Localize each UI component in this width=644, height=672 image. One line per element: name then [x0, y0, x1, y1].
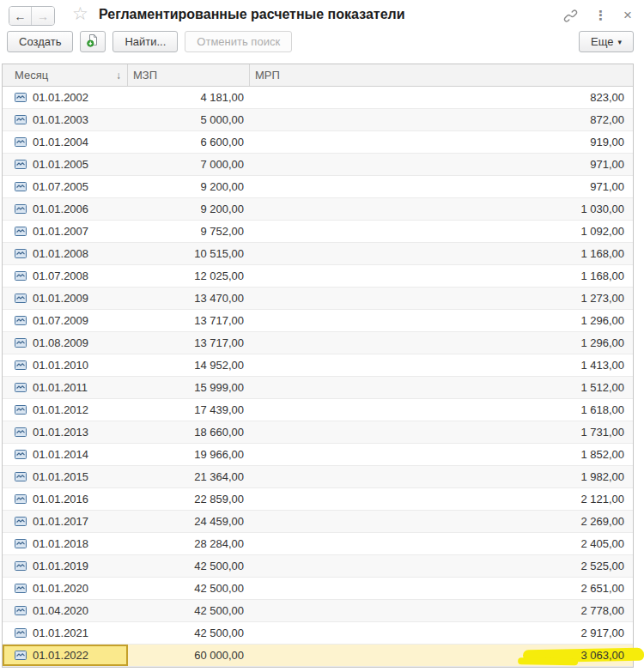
- cell-mzp[interactable]: 9 200,00: [128, 198, 250, 220]
- cell-mrp[interactable]: 2 269,00: [250, 511, 633, 532]
- cell-month[interactable]: 01.01.2002: [3, 87, 128, 108]
- table-row[interactable]: 01.01.2010 14 952,00 1 413,00: [3, 354, 633, 377]
- column-header-month[interactable]: Месяц ↓: [3, 64, 128, 86]
- cell-mzp[interactable]: 13 717,00: [128, 310, 250, 331]
- cell-mrp[interactable]: 2 121,00: [250, 488, 633, 510]
- cell-mzp[interactable]: 7 000,00: [128, 154, 250, 175]
- cell-month[interactable]: 01.01.2006: [3, 198, 128, 220]
- cell-month[interactable]: 01.01.2004: [3, 131, 128, 153]
- cell-mrp[interactable]: 1 982,00: [250, 466, 633, 487]
- cell-month[interactable]: 01.01.2003: [3, 109, 128, 130]
- table-row[interactable]: 01.01.2009 13 470,00 1 273,00: [3, 288, 633, 310]
- kebab-menu-icon[interactable]: ⋮: [594, 8, 607, 23]
- column-header-mrp[interactable]: МРП: [250, 64, 633, 86]
- cell-month[interactable]: 01.01.2015: [3, 466, 128, 487]
- cell-month[interactable]: 01.01.2011: [3, 377, 128, 398]
- back-button[interactable]: ←: [9, 7, 32, 25]
- cell-month[interactable]: 01.01.2008: [3, 243, 128, 264]
- cell-mzp[interactable]: 28 284,00: [128, 533, 250, 554]
- cell-mzp[interactable]: 42 500,00: [128, 600, 250, 621]
- table-row[interactable]: 01.07.2008 12 025,00 1 168,00: [3, 265, 633, 288]
- cell-mrp[interactable]: 1 168,00: [250, 243, 633, 264]
- cell-month[interactable]: 01.01.2017: [3, 511, 128, 532]
- cell-mrp[interactable]: 2 405,00: [250, 533, 633, 554]
- get-link-icon[interactable]: [563, 9, 578, 23]
- cell-month[interactable]: 01.01.2022: [3, 645, 128, 666]
- cell-mzp[interactable]: 21 364,00: [128, 466, 250, 487]
- cell-mzp[interactable]: 6 600,00: [128, 131, 250, 153]
- table-row[interactable]: 01.01.2008 10 515,00 1 168,00: [3, 243, 633, 265]
- cell-mrp[interactable]: 872,00: [250, 109, 633, 130]
- cell-mzp[interactable]: 42 500,00: [128, 622, 250, 644]
- cell-mzp[interactable]: 42 500,00: [128, 555, 250, 577]
- cell-mrp[interactable]: 1 618,00: [250, 399, 633, 421]
- table-row[interactable]: 01.01.2019 42 500,00 2 525,00: [3, 555, 633, 578]
- cell-month[interactable]: 01.01.2010: [3, 354, 128, 376]
- cell-mzp[interactable]: 13 470,00: [128, 288, 250, 309]
- cell-month[interactable]: 01.07.2008: [3, 265, 128, 287]
- favorites-star-icon[interactable]: ☆: [72, 3, 88, 24]
- cell-mrp[interactable]: 1 296,00: [250, 310, 633, 331]
- cell-month[interactable]: 01.01.2012: [3, 399, 128, 421]
- cell-mzp[interactable]: 14 952,00: [128, 354, 250, 376]
- table-row[interactable]: 01.07.2009 13 717,00 1 296,00: [3, 310, 633, 332]
- table-row[interactable]: 01.04.2020 42 500,00 2 778,00: [3, 600, 633, 622]
- table-row[interactable]: 01.01.2006 9 200,00 1 030,00: [3, 198, 633, 221]
- table-row[interactable]: 01.01.2014 19 966,00 1 852,00: [3, 444, 633, 466]
- cancel-search-button[interactable]: Отменить поиск: [185, 31, 292, 52]
- cell-month[interactable]: 01.07.2009: [3, 310, 128, 331]
- cell-mzp[interactable]: 12 025,00: [128, 265, 250, 287]
- table-row[interactable]: 01.01.2022 60 000,00 3 063,00: [3, 645, 633, 667]
- cell-mzp[interactable]: 10 515,00: [128, 243, 250, 264]
- cell-mrp[interactable]: 3 063,00: [250, 645, 633, 666]
- more-button[interactable]: Еще ▾: [579, 31, 634, 52]
- table-row[interactable]: 01.08.2009 13 717,00 1 296,00: [3, 332, 633, 354]
- cell-mrp[interactable]: 1 731,00: [250, 421, 633, 443]
- table-row[interactable]: 01.01.2007 9 752,00 1 092,00: [3, 221, 633, 243]
- cell-mzp[interactable]: 60 000,00: [128, 645, 250, 666]
- cell-month[interactable]: 01.07.2005: [3, 176, 128, 197]
- cell-mrp[interactable]: 971,00: [250, 154, 633, 175]
- cell-mzp[interactable]: 4 181,00: [128, 87, 250, 108]
- cell-mzp[interactable]: 13 717,00: [128, 332, 250, 354]
- cell-mzp[interactable]: 24 459,00: [128, 511, 250, 532]
- cell-mrp[interactable]: 1 852,00: [250, 444, 633, 465]
- create-button[interactable]: Создать: [7, 31, 73, 52]
- cell-mrp[interactable]: 2 651,00: [250, 578, 633, 599]
- table-row[interactable]: 01.01.2016 22 859,00 2 121,00: [3, 488, 633, 511]
- cell-month[interactable]: 01.01.2013: [3, 421, 128, 443]
- table-row[interactable]: 01.01.2020 42 500,00 2 651,00: [3, 578, 633, 600]
- cell-month[interactable]: 01.01.2007: [3, 221, 128, 242]
- cell-month[interactable]: 01.01.2019: [3, 555, 128, 577]
- table-row[interactable]: 01.01.2017 24 459,00 2 269,00: [3, 511, 633, 533]
- cell-mrp[interactable]: 1 296,00: [250, 332, 633, 354]
- cell-mzp[interactable]: 22 859,00: [128, 488, 250, 510]
- cell-mrp[interactable]: 919,00: [250, 131, 633, 153]
- cell-mrp[interactable]: 2 917,00: [250, 622, 633, 644]
- table-row[interactable]: 01.01.2003 5 000,00 872,00: [3, 109, 633, 131]
- cell-mrp[interactable]: 1 413,00: [250, 354, 633, 376]
- table-row[interactable]: 01.01.2015 21 364,00 1 982,00: [3, 466, 633, 488]
- cell-month[interactable]: 01.01.2018: [3, 533, 128, 554]
- cell-month[interactable]: 01.04.2020: [3, 600, 128, 621]
- table-row[interactable]: 01.01.2013 18 660,00 1 731,00: [3, 421, 633, 444]
- cell-mrp[interactable]: 2 525,00: [250, 555, 633, 577]
- table-row[interactable]: 01.01.2011 15 999,00 1 512,00: [3, 377, 633, 399]
- create-by-copy-button[interactable]: [80, 31, 106, 52]
- cell-mrp[interactable]: 1 030,00: [250, 198, 633, 220]
- cell-mzp[interactable]: 5 000,00: [128, 109, 250, 130]
- cell-month[interactable]: 01.08.2009: [3, 332, 128, 354]
- find-button[interactable]: Найти...: [112, 31, 178, 52]
- table-row[interactable]: 01.07.2005 9 200,00 971,00: [3, 176, 633, 198]
- cell-mzp[interactable]: 18 660,00: [128, 421, 250, 443]
- column-header-mzp[interactable]: МЗП: [128, 64, 250, 86]
- cell-mrp[interactable]: 971,00: [250, 176, 633, 197]
- close-icon[interactable]: ×: [623, 7, 632, 24]
- cell-mrp[interactable]: 1 092,00: [250, 221, 633, 242]
- cell-month[interactable]: 01.01.2021: [3, 622, 128, 644]
- forward-button[interactable]: →: [32, 7, 54, 25]
- cell-month[interactable]: 01.01.2016: [3, 488, 128, 510]
- cell-month[interactable]: 01.01.2009: [3, 288, 128, 309]
- table-row[interactable]: 01.01.2018 28 284,00 2 405,00: [3, 533, 633, 555]
- cell-mrp[interactable]: 2 778,00: [250, 600, 633, 621]
